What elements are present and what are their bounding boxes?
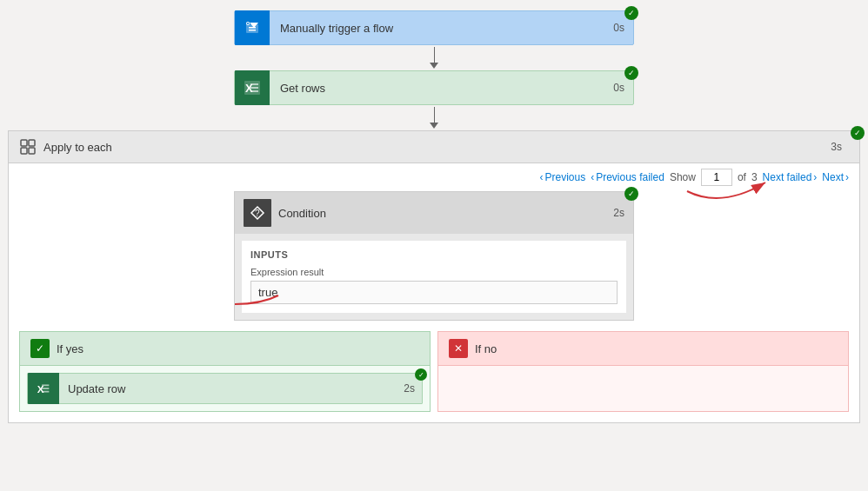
svg-rect-3: [249, 30, 256, 31]
next-chevron-icon: ›: [845, 171, 849, 183]
update-row-excel-icon: X: [28, 373, 59, 404]
svg-rect-13: [29, 148, 35, 154]
page-input[interactable]: [701, 169, 732, 186]
branch-yes-body: X Update row 2s ✓: [20, 366, 430, 411]
previous-label: Previous: [544, 171, 585, 183]
next-label: Next: [822, 171, 844, 183]
update-row-label: Update row: [59, 382, 397, 395]
get-rows-node[interactable]: X Get rows 0s ✓: [234, 70, 634, 105]
arrow-1: [430, 47, 438, 69]
branch-no-body: [438, 366, 848, 380]
trigger-label: Manually trigger a flow: [270, 22, 604, 35]
get-rows-duration: 0s: [604, 82, 633, 94]
update-row-duration: 2s: [397, 382, 422, 395]
prev-failed-chevron-icon: ‹: [591, 171, 594, 183]
previous-failed-button[interactable]: ‹ Previous failed: [591, 171, 664, 183]
trigger-success: ✓: [624, 6, 638, 20]
apply-each-body: ? Condition 2s ✓ INPUTS Expression resul…: [9, 191, 859, 422]
apply-each-header: Apply to each 3s: [9, 131, 859, 163]
apply-each-duration: 3s: [831, 141, 842, 153]
update-row-success: ✓: [415, 368, 427, 381]
next-button[interactable]: Next ›: [822, 171, 849, 183]
condition-body: INPUTS Expression result true: [242, 241, 626, 313]
expression-result-value: true: [250, 281, 618, 304]
excel-icon: X: [235, 70, 270, 105]
branch-yes-title: If yes: [57, 342, 83, 355]
of-label: of: [738, 171, 746, 183]
trigger-duration: 0s: [604, 22, 633, 34]
canvas: Manually trigger a flow 0s ✓ X Get rows …: [0, 0, 868, 491]
total-pages: 3: [751, 171, 758, 183]
show-label: Show: [670, 171, 696, 183]
apply-each-success: ✓: [851, 126, 865, 140]
previous-button[interactable]: ‹ Previous: [539, 171, 585, 183]
update-row-node[interactable]: X Update row 2s ✓: [27, 373, 423, 404]
svg-rect-17: [42, 384, 49, 386]
trigger-node[interactable]: Manually trigger a flow 0s ✓: [234, 10, 634, 45]
svg-rect-10: [21, 140, 27, 146]
get-rows-success: ✓: [624, 66, 638, 80]
next-failed-button[interactable]: Next failed ›: [763, 171, 818, 183]
condition-success: ✓: [624, 187, 638, 201]
inputs-label: INPUTS: [250, 249, 618, 260]
prev-chevron-icon: ‹: [539, 171, 543, 183]
next-failed-label: Next failed: [763, 171, 812, 183]
no-icon: ✕: [449, 339, 468, 358]
branch-no: ✕ If no: [437, 331, 849, 412]
svg-text:?: ?: [255, 209, 260, 218]
svg-rect-8: [250, 87, 258, 89]
next-failed-chevron-icon: ›: [813, 171, 817, 183]
svg-rect-9: [250, 90, 258, 92]
yes-icon: ✓: [30, 339, 50, 358]
trigger-icon: [235, 10, 270, 45]
svg-rect-19: [42, 391, 49, 393]
svg-rect-11: [29, 140, 35, 146]
apply-each-icon: [19, 138, 37, 156]
svg-rect-12: [21, 148, 27, 154]
svg-rect-2: [249, 27, 256, 29]
condition-header: ? Condition 2s: [235, 192, 633, 234]
condition-icon: ?: [244, 199, 271, 227]
branch-yes-header: ✓ If yes: [20, 332, 430, 366]
svg-rect-18: [42, 388, 49, 389]
condition-block[interactable]: ? Condition 2s ✓ INPUTS Expression resul…: [234, 191, 634, 321]
svg-rect-7: [250, 83, 258, 85]
pagination-bar: ‹ Previous ‹ Previous failed Show of 3 N…: [9, 163, 859, 191]
branch-no-header: ✕ If no: [438, 332, 848, 366]
branch-yes: ✓ If yes X: [19, 331, 431, 412]
previous-failed-label: Previous failed: [596, 171, 664, 183]
get-rows-label: Get rows: [270, 82, 604, 95]
arrow-2: [430, 107, 438, 129]
flow-nodes: Manually trigger a flow 0s ✓ X Get rows …: [0, 10, 868, 130]
condition-title: Condition: [278, 207, 326, 220]
apply-each-container: Apply to each 3s ✓ ‹ Previous ‹ Previous…: [8, 130, 860, 423]
condition-duration: 2s: [613, 207, 624, 219]
branches-row: ✓ If yes X: [19, 331, 849, 412]
expression-result-label: Expression result: [250, 267, 618, 277]
apply-each-title: Apply to each: [43, 141, 112, 154]
branch-no-title: If no: [475, 342, 497, 355]
